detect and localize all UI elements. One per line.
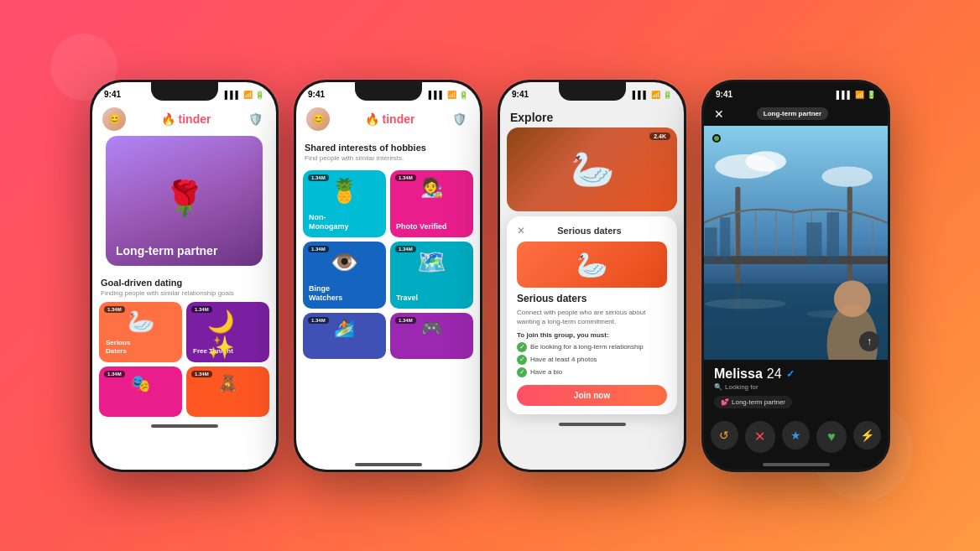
grid-card-4[interactable]: 1.34M 🧸 [186,366,269,417]
avatar-1[interactable]: 😊 [102,107,126,131]
verified-icon: ✓ [786,368,795,380]
battery-icon-3: 🔋 [663,91,672,99]
signal-icon-1: ▌▌▌ [225,91,241,99]
explore-grid-2: 1.34M 🍍 Non-Monogamy 1.34M 🧑‍🎨 Photo Ver… [296,167,480,460]
serious-modal: ✕ Serious daters 🦢 Serious daters Connec… [507,216,677,414]
explore-row-2: 1.34M 👁️ BingeWatchers 1.34M 🗺️ Travel [303,242,473,309]
tinder-logo-2: 🔥 tinder [365,112,415,126]
action-buttons: ↺ ✕ ★ ♥ ⚡ [704,416,888,460]
bridge-bg [704,126,888,360]
tinder-logo-1: 🔥 tinder [161,112,211,126]
battery-icon-1: 🔋 [255,91,264,99]
close-profile-btn[interactable]: ✕ [714,107,724,121]
svg-point-2 [745,151,786,171]
boost-button[interactable]: ⚡ [853,421,881,450]
modal-desc: Connect with people who are serious abou… [517,308,667,326]
nope-button[interactable]: ✕ [745,421,776,453]
badge-4: 1.34M [191,371,212,377]
phone-4: 9:41 ▌▌▌ 📶 🔋 ✕ Long-term partner [701,80,890,472]
modal-close-btn[interactable]: ✕ [517,225,525,237]
ltp-header-badge: Long-term partner [757,107,828,120]
grid-card-3[interactable]: 1.34M 🎭 [99,366,182,417]
svg-rect-20 [720,217,730,263]
svg-rect-15 [704,256,888,264]
card-game[interactable]: 1.34M 🎮 [390,313,473,359]
badge-photo: 1.34M [395,174,416,181]
signal-icon-3: ▌▌▌ [633,91,649,99]
svg-point-3 [821,166,873,186]
card-travel[interactable]: 1.34M 🗺️ Travel [390,242,473,309]
badge-2k: 2.4K [649,133,670,140]
phone-1: 9:41 ▌▌▌ 📶 🔋 😊 🔥 tinder 🛡️ [90,80,279,472]
wifi-icon-2: 📶 [447,91,456,99]
section-subtitle-2: Find people with similar interests. [296,154,480,167]
scroll-up-btn[interactable]: ↑ [859,331,879,351]
age-text: 24 [767,366,782,382]
join-now-button[interactable]: Join now [517,385,667,406]
looking-for-label: Looking for [725,383,758,391]
hero-emoji-1: 🌹 [164,179,206,218]
card-surf[interactable]: 1.34M 🏄 [303,313,386,359]
hero-orange: 2.4K 🦢 [507,127,677,211]
explore-header: Explore [500,104,684,127]
grid-card-serious[interactable]: 1.34M 🦢 SeriousDaters [99,302,182,362]
label-binge: BingeWatchers [309,284,380,303]
hero-swan-emoji: 🦢 [571,148,614,190]
hero-card-1[interactable]: 🌹 Long-term partner [106,136,263,266]
modal-header: ✕ Serious daters [517,225,667,237]
req-text-3: Have a bio [530,368,562,376]
shield-icon-1[interactable]: 🛡️ [246,109,266,129]
explore-row-1: 1.34M 🍍 Non-Monogamy 1.34M 🧑‍🎨 Photo Ver… [303,170,473,237]
like-button[interactable]: ♥ [816,421,847,453]
app-background: 9:41 ▌▌▌ 📶 🔋 😊 🔥 tinder 🛡️ [0,0,980,551]
avatar-2[interactable]: 😊 [306,107,330,131]
notch-4 [763,82,830,101]
grid-cards-1: 1.34M 🦢 SeriousDaters 1.34M 🌙✨ Free Toni… [92,302,276,362]
status-icons-2: ▌▌▌ 📶 🔋 [429,91,468,99]
battery-icon-2: 🔋 [459,91,468,99]
tinder-header-2: 😊 🔥 tinder 🛡️ [296,104,480,136]
notch-2 [355,82,422,101]
explore-row-3: 1.34M 🏄 1.34M 🎮 [303,313,473,359]
wifi-icon-3: 📶 [651,91,660,99]
emoji-game: 🎮 [421,318,442,338]
emoji-travel: 🗺️ [417,248,446,276]
status-time-1: 9:41 [104,90,121,99]
shield-icon-2[interactable]: 🛡️ [450,109,470,129]
heart-emoji: 💕 [721,398,729,406]
ltp-tag: 💕 Long-term partner [714,396,792,408]
phone4-header: ✕ Long-term partner [704,104,888,126]
svg-rect-22 [826,212,839,263]
card-non-monogamy[interactable]: 1.34M 🍍 Non-Monogamy [303,170,386,237]
check-2: ✓ [517,355,527,365]
badge-serious: 1.34M [104,306,125,313]
emoji-photo: 🧑‍🎨 [420,177,443,199]
name-text: Melissa [714,366,763,382]
notch-1 [151,82,218,101]
search-icon-profile: 🔍 [714,383,722,391]
star-button[interactable]: ★ [782,421,810,450]
wifi-icon-4: 📶 [855,91,864,99]
wifi-icon-1: 📶 [243,91,253,99]
svg-rect-19 [705,227,717,263]
phone-2: 9:41 ▌▌▌ 📶 🔋 😊 🔥 tinder 🛡️ [294,80,482,472]
undo-button[interactable]: ↺ [711,421,738,450]
online-indicator [712,134,721,143]
card-photo-verified[interactable]: 1.34M 🧑‍🎨 Photo Verified [390,170,473,237]
card-binge[interactable]: 1.34M 👁️ BingeWatchers [303,242,386,309]
section-title-1: Goal-driven dating [92,271,276,289]
badge-binge: 1.34M [308,246,329,252]
app-name-2: tinder [383,112,415,126]
ltp-text: Long-term partner [732,398,785,406]
label-serious: SeriousDaters [106,339,175,355]
hero-label-1: Long-term partner [116,244,217,257]
modal-title: Serious daters [557,226,621,236]
modal-subheading: To join this group, you must: [517,331,667,339]
status-icons-4: ▌▌▌ 📶 🔋 [837,91,876,99]
looking-for-row: 🔍 Looking for [714,383,878,391]
check-1: ✓ [517,342,527,352]
status-time-3: 9:41 [512,90,529,99]
signal-icon-4: ▌▌▌ [837,91,852,99]
req-text-2: Have at least 4 photos [530,356,597,363]
grid-card-free-tonight[interactable]: 1.34M 🌙✨ Free Tonight [186,302,269,362]
